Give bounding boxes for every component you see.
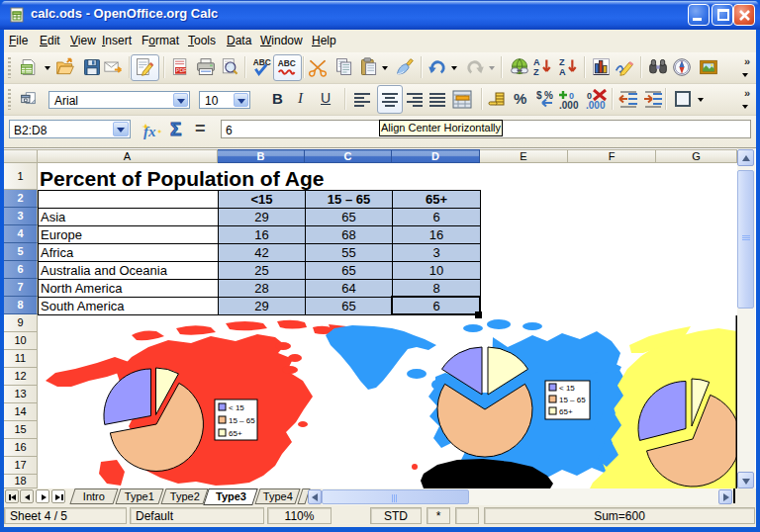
svg-text:Z: Z xyxy=(533,67,539,77)
svg-text:PDF: PDF xyxy=(176,67,188,73)
svg-text:ABC: ABC xyxy=(253,57,271,67)
svg-text:$: $ xyxy=(536,90,542,101)
svg-text:.000: .000 xyxy=(559,100,579,111)
svg-text:< 15: < 15 xyxy=(229,403,244,412)
svg-text:ABC: ABC xyxy=(278,58,296,68)
svg-text:.000: .000 xyxy=(586,100,606,111)
svg-text:A: A xyxy=(533,57,540,67)
svg-text:Z: Z xyxy=(559,57,565,67)
svg-text:65+: 65+ xyxy=(559,407,573,416)
svg-text:65+: 65+ xyxy=(229,429,242,438)
svg-text:15 – 65: 15 – 65 xyxy=(229,416,255,425)
svg-text:15 – 65: 15 – 65 xyxy=(559,396,586,404)
svg-text:< 15: < 15 xyxy=(559,384,575,393)
svg-text:A: A xyxy=(559,67,566,77)
